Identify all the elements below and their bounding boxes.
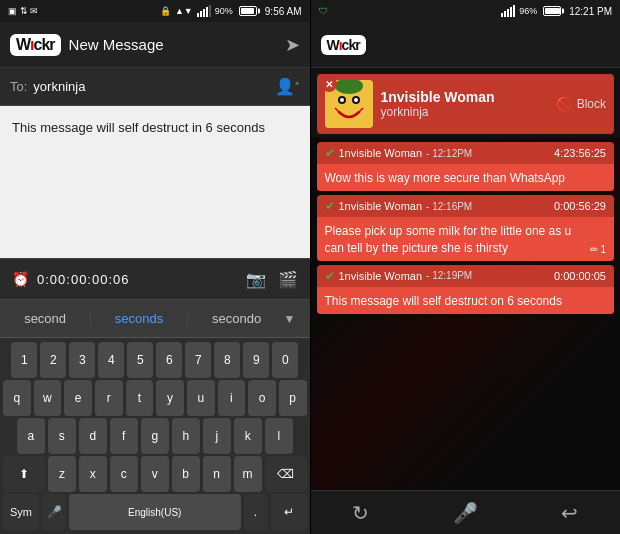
messages-spacer — [311, 318, 621, 490]
svg-point-4 — [354, 98, 358, 102]
period-key[interactable]: . — [244, 494, 268, 530]
msg-text-2: Please pick up some milk for the little … — [325, 223, 584, 257]
key-8[interactable]: 8 — [214, 342, 240, 378]
key-h[interactable]: h — [172, 418, 200, 454]
suggest-word-1[interactable]: second — [14, 311, 76, 326]
msg-text-3: This message will self destruct on 6 sec… — [325, 294, 562, 308]
suggest-word-3[interactable]: secondo — [202, 311, 271, 326]
key-0[interactable]: 0 — [272, 342, 298, 378]
word-suggestions: second | seconds | secondo ▼ — [0, 300, 310, 338]
space-key[interactable]: English(US) — [69, 494, 241, 530]
block-button[interactable]: 🚫 Block — [556, 96, 606, 112]
msg-header-3: ✔ 1nvisible Woman - 12:19PM 0:00:00:05 — [317, 265, 615, 287]
avatar-container: ✕ — [325, 80, 373, 128]
key-9[interactable]: 9 — [243, 342, 269, 378]
key-t[interactable]: t — [126, 380, 154, 416]
key-d[interactable]: d — [79, 418, 107, 454]
msg-timer-2: 0:00:56:29 — [554, 200, 606, 212]
key-2[interactable]: 2 — [40, 342, 66, 378]
key-4[interactable]: 4 — [98, 342, 124, 378]
key-i[interactable]: i — [218, 380, 246, 416]
msg-check-icon-2: ✔ — [325, 199, 335, 213]
mic-key[interactable]: 🎤 — [42, 494, 66, 530]
key-6[interactable]: 6 — [156, 342, 182, 378]
key-c[interactable]: c — [110, 456, 138, 492]
asdf-row: a s d f g h j k l — [3, 418, 307, 454]
message-compose-area[interactable]: This message will self destruct in 6 sec… — [0, 106, 310, 258]
back-icon[interactable]: ↩ — [561, 501, 578, 525]
key-k[interactable]: k — [234, 418, 262, 454]
sym-key[interactable]: Sym — [3, 494, 39, 530]
close-badge[interactable]: ✕ — [321, 76, 337, 92]
mic-icon[interactable]: 🎤 — [453, 501, 478, 525]
key-l[interactable]: l — [265, 418, 293, 454]
contact-name: 1nvisible Woman — [381, 89, 548, 105]
right-panel: 🛡 96% 12:21 PM Wıckr ✕ — [311, 0, 621, 534]
key-y[interactable]: y — [156, 380, 184, 416]
key-3[interactable]: 3 — [69, 342, 95, 378]
msg-sender-name-1: 1nvisible Woman — [339, 147, 423, 159]
key-u[interactable]: u — [187, 380, 215, 416]
suggest-word-2[interactable]: seconds — [105, 311, 173, 326]
key-q[interactable]: q — [3, 380, 31, 416]
key-v[interactable]: v — [141, 456, 169, 492]
add-contact-icon[interactable]: 👤+ — [275, 77, 300, 96]
msg-header-1: ✔ 1nvisible Woman - 12:12PM 4:23:56:25 — [317, 142, 615, 164]
key-w[interactable]: w — [34, 380, 62, 416]
key-1[interactable]: 1 — [11, 342, 37, 378]
message-bubble-1: ✔ 1nvisible Woman - 12:12PM 4:23:56:25 W… — [317, 142, 615, 191]
key-z[interactable]: z — [48, 456, 76, 492]
chevron-down-icon[interactable]: ▼ — [283, 312, 295, 326]
msg-header-2: ✔ 1nvisible Woman - 12:16PM 0:00:56:29 — [317, 195, 615, 217]
msg-text-1: Wow this is way more secure than WhatsAp… — [325, 171, 566, 185]
refresh-icon[interactable]: ↻ — [352, 501, 369, 525]
key-p[interactable]: p — [279, 380, 307, 416]
key-o[interactable]: o — [248, 380, 276, 416]
to-value: yorkninja — [33, 79, 268, 94]
zxcv-row: ⬆ z x c v b n m ⌫ — [3, 456, 307, 492]
signal-bars — [197, 5, 211, 17]
key-7[interactable]: 7 — [185, 342, 211, 378]
key-e[interactable]: e — [64, 380, 92, 416]
msg-sender-1: ✔ 1nvisible Woman - 12:12PM — [325, 146, 473, 160]
video-icon[interactable]: 🎬 — [278, 270, 298, 289]
key-g[interactable]: g — [141, 418, 169, 454]
key-f[interactable]: f — [110, 418, 138, 454]
msg-body-row-2: Please pick up some milk for the little … — [325, 223, 607, 257]
msg-check-icon-3: ✔ — [325, 269, 335, 283]
enter-key[interactable]: ↵ — [271, 494, 307, 530]
msg-sender-3: ✔ 1nvisible Woman - 12:19PM — [325, 269, 473, 283]
key-a[interactable]: a — [17, 418, 45, 454]
key-x[interactable]: x — [79, 456, 107, 492]
key-n[interactable]: n — [203, 456, 231, 492]
right-status-bar: 🛡 96% 12:21 PM — [311, 0, 621, 22]
right-time: 12:21 PM — [569, 6, 612, 17]
msg-timer-3: 0:00:00:05 — [554, 270, 606, 282]
msg-sender-2: ✔ 1nvisible Woman - 12:16PM — [325, 199, 473, 213]
message-bubble-2: ✔ 1nvisible Woman - 12:16PM 0:00:56:29 P… — [317, 195, 615, 261]
key-j[interactable]: j — [203, 418, 231, 454]
right-wickr-status-icon: 🛡 — [319, 6, 328, 16]
to-row: To: yorkninja 👤+ — [0, 68, 310, 106]
right-header: Wıckr — [311, 22, 621, 68]
shift-key[interactable]: ⬆ — [3, 456, 45, 492]
msg-body-1: Wow this is way more secure than WhatsAp… — [317, 164, 615, 191]
key-s[interactable]: s — [48, 418, 76, 454]
key-b[interactable]: b — [172, 456, 200, 492]
left-battery-icon — [239, 6, 257, 16]
wickr-logo-left: Wıckr — [10, 34, 61, 56]
left-header: Wıckr New Message ➤ — [0, 22, 310, 68]
msg-send-time-1: - 12:12PM — [426, 148, 472, 159]
key-r[interactable]: r — [95, 380, 123, 416]
key-m[interactable]: m — [234, 456, 262, 492]
key-5[interactable]: 5 — [127, 342, 153, 378]
to-label: To: — [10, 79, 27, 94]
bottom-keyboard-row: Sym 🎤 English(US) . ↵ — [3, 494, 307, 530]
right-bottom-bar: ↻ 🎤 ↩ — [311, 490, 621, 534]
msg-sender-name-2: 1nvisible Woman — [339, 200, 423, 212]
send-button[interactable]: ➤ — [285, 34, 300, 56]
backspace-key[interactable]: ⌫ — [265, 456, 307, 492]
camera-icon[interactable]: 📷 — [246, 270, 266, 289]
left-status-bar: ▣ ⇅ ✉ 🔒 ▲▼ 90% 9:56 AM — [0, 0, 310, 22]
qwerty-row: q w e r t y u i o p — [3, 380, 307, 416]
